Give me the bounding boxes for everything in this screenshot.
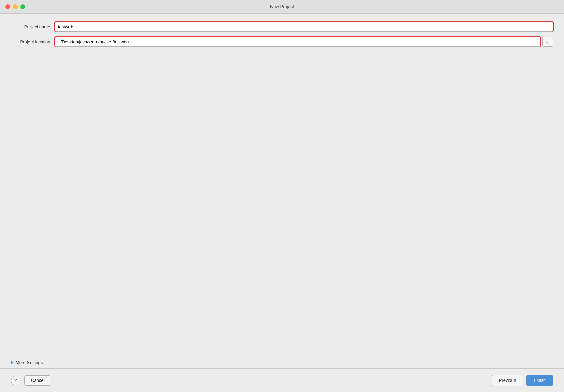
footer-left: ? Cancel xyxy=(11,375,51,386)
body-spacer xyxy=(11,51,553,356)
project-location-input[interactable] xyxy=(55,37,540,47)
close-button[interactable] xyxy=(5,4,10,9)
dialog-body: Project name: Project location: ... More… xyxy=(0,14,564,368)
dialog-footer: ? Cancel Previous Finish xyxy=(0,368,564,392)
maximize-button[interactable] xyxy=(20,4,25,9)
more-settings-label: More Settings xyxy=(16,360,43,365)
title-bar: New Project xyxy=(0,0,564,14)
project-location-label: Project location: xyxy=(11,39,55,44)
cancel-button[interactable]: Cancel xyxy=(24,375,51,386)
project-location-row: Project location: ... xyxy=(11,37,553,47)
expand-triangle-icon xyxy=(11,361,14,364)
project-name-input-wrapper xyxy=(55,22,553,32)
help-button[interactable]: ? xyxy=(11,376,20,385)
previous-button[interactable]: Previous xyxy=(492,375,523,386)
window-title: New Project xyxy=(270,4,294,9)
project-name-label: Project name: xyxy=(11,24,55,29)
footer-right: Previous Finish xyxy=(492,375,553,386)
finish-button[interactable]: Finish xyxy=(526,375,553,386)
window-controls xyxy=(5,4,25,9)
minimize-button[interactable] xyxy=(13,4,18,9)
browse-button[interactable]: ... xyxy=(542,37,553,47)
project-name-input[interactable] xyxy=(55,22,553,32)
project-name-row: Project name: xyxy=(11,22,553,32)
more-settings-section[interactable]: More Settings xyxy=(11,356,553,368)
project-location-input-wrapper xyxy=(55,37,540,47)
